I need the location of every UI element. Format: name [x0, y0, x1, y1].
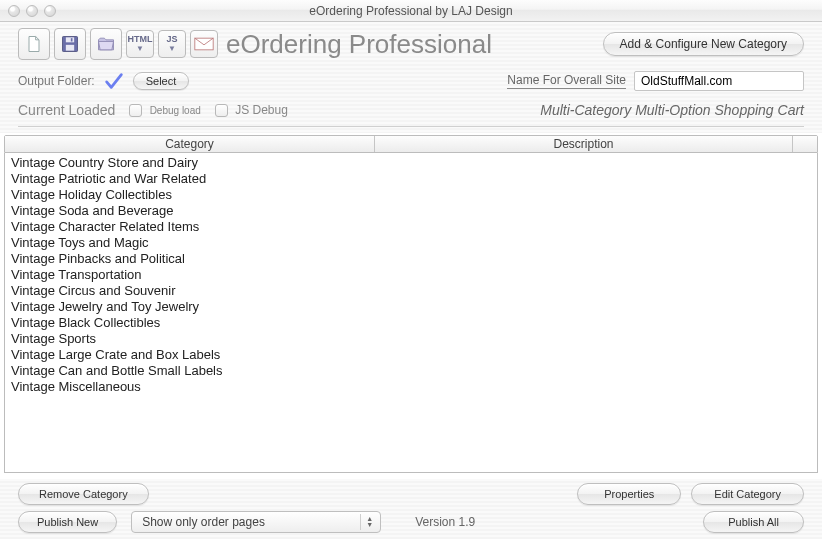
- version-label: Version 1.9: [415, 515, 475, 529]
- file-icon: [24, 34, 44, 54]
- toolbar: HTML ▼ JS ▼ eOrdering Professional Add &…: [18, 28, 804, 60]
- table-row[interactable]: Vintage Holiday Collectibles: [5, 187, 817, 203]
- table-header: Category Description: [4, 135, 818, 153]
- app-title: eOrdering Professional: [226, 29, 492, 60]
- debug-load-checkbox[interactable]: Debug load: [129, 103, 201, 117]
- minimize-icon[interactable]: [26, 5, 38, 17]
- current-loaded-label: Current Loaded: [18, 102, 115, 118]
- tool-icons: HTML ▼ JS ▼: [18, 28, 218, 60]
- status-left: Current Loaded Debug load JS Debug: [18, 102, 288, 118]
- select-folder-button[interactable]: Select: [133, 72, 190, 90]
- svg-rect-3: [71, 38, 73, 41]
- new-button[interactable]: [18, 28, 50, 60]
- output-left: Output Folder: Select: [18, 70, 189, 92]
- output-row: Output Folder: Select Name For Overall S…: [18, 68, 804, 94]
- folder-icon: [96, 34, 116, 54]
- html-label: HTML: [128, 35, 153, 44]
- table-row[interactable]: Vintage Pinbacks and Political: [5, 251, 817, 267]
- close-icon[interactable]: [8, 5, 20, 17]
- table-row[interactable]: Vintage Toys and Magic: [5, 235, 817, 251]
- bottom-row-1: Remove Category Properties Edit Category: [0, 479, 822, 507]
- publish-new-button[interactable]: Publish New: [18, 511, 117, 533]
- col-extra[interactable]: [793, 136, 817, 152]
- category-table: Category Description Vintage Country Sto…: [4, 135, 818, 473]
- checkbox-icon: [129, 104, 142, 117]
- table-row[interactable]: Vintage Circus and Souvenir: [5, 283, 817, 299]
- checkbox-icon: [215, 104, 228, 117]
- js-button[interactable]: JS ▼: [158, 30, 186, 58]
- html-button[interactable]: HTML ▼: [126, 30, 154, 58]
- table-row[interactable]: Vintage Patriotic and War Related: [5, 171, 817, 187]
- table-row[interactable]: Vintage Miscellaneous: [5, 379, 817, 395]
- open-button[interactable]: [90, 28, 122, 60]
- remove-category-button[interactable]: Remove Category: [18, 483, 149, 505]
- output-folder-label: Output Folder:: [18, 74, 95, 88]
- table-row[interactable]: Vintage Sports: [5, 331, 817, 347]
- svg-rect-2: [66, 45, 74, 51]
- checkmark-icon: [103, 70, 125, 92]
- table-row[interactable]: Vintage Can and Bottle Small Labels: [5, 363, 817, 379]
- edit-category-button[interactable]: Edit Category: [691, 483, 804, 505]
- toolbar-left: HTML ▼ JS ▼ eOrdering Professional: [18, 28, 492, 60]
- mail-button[interactable]: [190, 30, 218, 58]
- bottom-row-2: Publish New Show only order pages ▲▼ Ver…: [0, 507, 822, 539]
- add-category-button[interactable]: Add & Configure New Category: [603, 32, 804, 56]
- output-right: Name For Overall Site: [507, 71, 804, 91]
- site-name-label: Name For Overall Site: [507, 73, 626, 89]
- debug-load-label: Debug load: [150, 105, 201, 116]
- main-content: HTML ▼ JS ▼ eOrdering Professional Add &…: [0, 22, 822, 133]
- mail-icon: [194, 34, 214, 54]
- down-arrow-icon: ▼: [168, 45, 176, 53]
- js-debug-label: JS Debug: [235, 103, 288, 117]
- down-arrow-icon: ▼: [136, 45, 144, 53]
- svg-rect-1: [66, 37, 74, 42]
- js-debug-checkbox[interactable]: JS Debug: [215, 103, 288, 117]
- js-label: JS: [166, 35, 177, 44]
- cart-type-label: Multi-Category Multi-Option Shopping Car…: [540, 102, 804, 118]
- zoom-icon[interactable]: [44, 5, 56, 17]
- window-controls: [0, 5, 56, 17]
- publish-all-button[interactable]: Publish All: [703, 511, 804, 533]
- properties-button[interactable]: Properties: [577, 483, 681, 505]
- status-row: Current Loaded Debug load JS Debug Multi…: [18, 100, 804, 120]
- table-row[interactable]: Vintage Country Store and Dairy: [5, 155, 817, 171]
- save-button[interactable]: [54, 28, 86, 60]
- site-name-input[interactable]: [634, 71, 804, 91]
- table-row[interactable]: Vintage Large Crate and Box Labels: [5, 347, 817, 363]
- floppy-icon: [60, 34, 80, 54]
- table-row[interactable]: Vintage Character Related Items: [5, 219, 817, 235]
- titlebar: eOrdering Professional by LAJ Design: [0, 0, 822, 22]
- filter-popup[interactable]: Show only order pages ▲▼: [131, 511, 381, 533]
- divider: [18, 126, 804, 127]
- table-row[interactable]: Vintage Black Collectibles: [5, 315, 817, 331]
- col-description[interactable]: Description: [375, 136, 793, 152]
- window-title: eOrdering Professional by LAJ Design: [0, 4, 822, 18]
- filter-selected-label: Show only order pages: [142, 515, 265, 529]
- bottom-right-buttons: Properties Edit Category: [577, 483, 804, 505]
- table-row[interactable]: Vintage Soda and Beverage: [5, 203, 817, 219]
- table-row[interactable]: Vintage Jewelry and Toy Jewelry: [5, 299, 817, 315]
- col-category[interactable]: Category: [5, 136, 375, 152]
- table-body[interactable]: Vintage Country Store and DairyVintage P…: [4, 153, 818, 473]
- table-row[interactable]: Vintage Transportation: [5, 267, 817, 283]
- popup-arrows-icon: ▲▼: [360, 514, 376, 530]
